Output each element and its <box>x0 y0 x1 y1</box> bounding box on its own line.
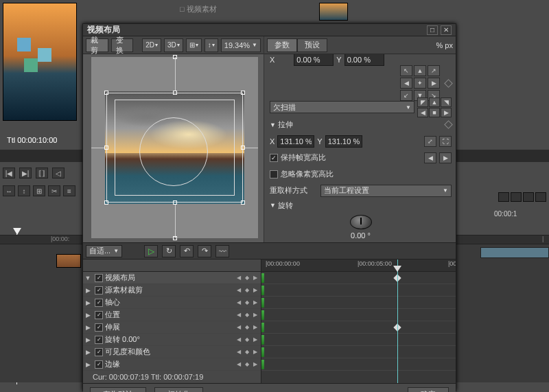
enable-checkbox[interactable]: ✓ <box>95 311 103 319</box>
fit-dropdown[interactable]: 自适...▼ <box>86 245 122 257</box>
kf-ruler[interactable]: |00:00:00:00|00:00:05:00|00: <box>261 260 456 272</box>
stretch-keyframe-toggle[interactable] <box>444 120 453 129</box>
ignore-par-checkbox[interactable] <box>270 170 278 178</box>
nudge-e-icon[interactable]: ▶ <box>428 78 440 89</box>
enable-checkbox[interactable]: ✓ <box>95 286 103 295</box>
prev-kf-icon[interactable]: ◀ <box>235 348 242 356</box>
posx-input[interactable] <box>294 54 334 66</box>
prev-kf-icon[interactable]: ◀ <box>235 274 242 281</box>
guide-button[interactable]: ↕▾ <box>205 38 218 52</box>
next-kf-icon[interactable]: ▶ <box>251 299 259 306</box>
save-default-button[interactable]: 存为默认 <box>90 387 146 393</box>
kf-row-3[interactable]: ▶✓位置◀◆▶ <box>83 309 261 321</box>
mode-2d-button[interactable]: 2D▾ <box>142 38 161 52</box>
tool-icon-2[interactable]: ↕ <box>18 185 30 196</box>
kf-track[interactable] <box>261 321 456 334</box>
titlebar[interactable]: 视频布局 □ ✕ <box>83 24 456 36</box>
kf-row-2[interactable]: ▶✓轴心◀◆▶ <box>83 297 261 309</box>
add-kf-icon[interactable]: ◆ <box>243 348 250 356</box>
kf-track[interactable] <box>261 346 456 358</box>
audio-clip[interactable] <box>480 247 549 258</box>
mark-in-icon[interactable]: |◀ <box>3 168 15 178</box>
grid-button[interactable]: ⊞▾ <box>186 38 202 52</box>
prev-key-button[interactable]: ↶ <box>180 245 194 257</box>
resample-dropdown[interactable]: 当前工程设置▼ <box>320 185 452 197</box>
section-rotate[interactable]: ▼旋转 <box>270 200 452 211</box>
add-kf-icon[interactable]: ◆ <box>243 336 250 343</box>
rotate-knob[interactable] <box>350 215 372 229</box>
pos-keyframe-toggle[interactable] <box>444 79 453 88</box>
stretch-fit-icon[interactable]: ⛶ <box>439 136 452 147</box>
stretch-x-input[interactable] <box>277 135 314 148</box>
kf-track[interactable] <box>261 297 456 309</box>
next-kf-icon[interactable]: ▶ <box>251 286 259 294</box>
prev-kf-icon[interactable]: ◀ <box>235 311 242 319</box>
expand-icon[interactable]: ▶ <box>83 299 93 306</box>
enable-checkbox[interactable]: ✓ <box>95 323 103 332</box>
next-kf-icon[interactable]: ▶ <box>251 323 259 331</box>
seq-icon-d[interactable] <box>535 192 546 202</box>
tool-icon-5[interactable]: ≡ <box>63 185 75 196</box>
stretch-y-input[interactable] <box>325 135 362 148</box>
kf-track[interactable] <box>261 284 456 297</box>
fit-c-icon[interactable]: ■ <box>429 108 440 117</box>
prev-kf-icon[interactable]: ◀ <box>235 286 242 294</box>
keep-aspect-checkbox[interactable]: ✓ <box>270 154 278 162</box>
tab-crop[interactable]: 裁剪 <box>86 38 108 52</box>
nudge-nw-icon[interactable]: ↖ <box>400 65 412 76</box>
section-stretch[interactable]: ▼拉伸 <box>270 119 293 130</box>
kf-row-4[interactable]: ▶✓伸展◀◆▶ <box>83 321 261 334</box>
posy-input[interactable] <box>344 54 384 66</box>
tab-transform[interactable]: 变换 <box>111 38 134 52</box>
stretch-extra1-icon[interactable]: ◀ <box>424 152 436 163</box>
clip-thumb[interactable] <box>56 254 81 268</box>
fit-w-icon[interactable]: ◀ <box>417 108 428 117</box>
ok-button[interactable]: 确定 <box>408 387 449 393</box>
nudge-ne-icon[interactable]: ↗ <box>428 65 440 76</box>
mode-3d-button[interactable]: 3D▾ <box>164 38 183 52</box>
mark-extra-icon[interactable]: ◁ <box>52 168 65 178</box>
kf-row-5[interactable]: ▶✓旋转 0.00°◀◆▶ <box>83 334 261 346</box>
source-monitor-thumb[interactable] <box>3 3 77 121</box>
expand-icon[interactable]: ▶ <box>83 324 93 331</box>
next-kf-icon[interactable]: ▶ <box>251 311 259 319</box>
enable-checkbox[interactable]: ✓ <box>95 336 103 344</box>
kf-track[interactable] <box>261 272 456 284</box>
expand-icon[interactable]: ▶ <box>83 312 93 319</box>
enable-checkbox[interactable]: ✓ <box>95 299 103 307</box>
kf-row-0[interactable]: ▼✓视频布局◀◆▶ <box>83 272 261 284</box>
prev-kf-icon[interactable]: ◀ <box>235 299 242 306</box>
kf-timeline[interactable]: |00:00:00:00|00:00:05:00|00: <box>261 260 456 383</box>
fit-e-icon[interactable]: ▶ <box>441 108 452 117</box>
enable-checkbox[interactable]: ✓ <box>95 274 103 282</box>
bg-playhead-marker-icon[interactable] <box>13 228 21 235</box>
prev-kf-icon[interactable]: ◀ <box>235 336 242 343</box>
stretch-extra2-icon[interactable]: ▶ <box>439 152 452 163</box>
add-kf-icon[interactable]: ◆ <box>243 323 250 331</box>
overscan-dropdown[interactable]: 欠扫描▼ <box>270 101 414 113</box>
maximize-button[interactable]: □ <box>427 25 438 35</box>
prev-kf-icon[interactable]: ◀ <box>235 360 242 368</box>
next-kf-icon[interactable]: ▶ <box>251 360 259 368</box>
nudge-n-icon[interactable]: ▲ <box>414 65 426 76</box>
tool-icon-3[interactable]: ⊞ <box>33 185 45 196</box>
mark-out-icon[interactable]: ▶| <box>19 168 32 178</box>
add-kf-icon[interactable]: ◆ <box>243 360 250 368</box>
nudge-center-icon[interactable]: ✦ <box>414 78 426 89</box>
next-kf-icon[interactable]: ▶ <box>251 336 259 343</box>
fit-nw-icon[interactable]: ◤ <box>417 97 428 107</box>
kf-row-6[interactable]: ▶✓可见度和颜色◀◆▶ <box>83 346 261 358</box>
stretch-expand-icon[interactable]: ⤢ <box>424 136 436 147</box>
expand-icon[interactable]: ▶ <box>83 336 93 343</box>
add-kf-icon[interactable]: ◆ <box>243 274 250 281</box>
play-button[interactable]: ▷ <box>144 245 158 257</box>
kf-track[interactable] <box>261 334 456 346</box>
seq-icon-b[interactable] <box>511 192 522 202</box>
expand-icon[interactable]: ▶ <box>83 361 93 368</box>
rtab-params[interactable]: 参数 <box>267 38 297 52</box>
kf-track[interactable] <box>261 309 456 321</box>
tool-icon-4[interactable]: ✂ <box>48 185 60 196</box>
enable-checkbox[interactable]: ✓ <box>95 348 103 356</box>
fit-n-icon[interactable]: ▲ <box>429 97 440 107</box>
kf-row-1[interactable]: ▶✓源素材裁剪◀◆▶ <box>83 284 261 297</box>
